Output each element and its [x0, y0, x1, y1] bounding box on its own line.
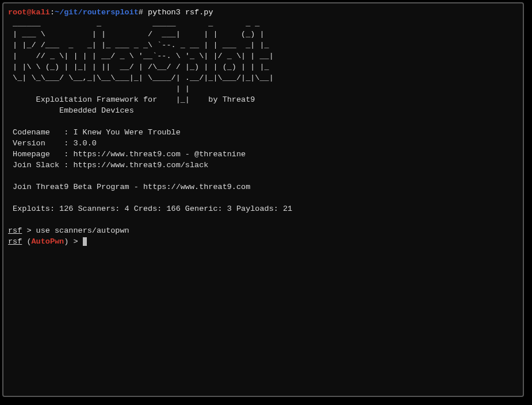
shell-prompt-line: root@kali:~/git/routersploit# python3 rs… [8, 7, 518, 18]
rsf-prompt: rsf [8, 237, 22, 246]
ascii-art-line: | | [8, 83, 518, 94]
terminal-window[interactable]: root@kali:~/git/routersploit# python3 rs… [2, 2, 524, 397]
rsf-prompt: rsf [8, 226, 22, 235]
blank-line [8, 214, 518, 225]
ascii-art-line: \_| \_\___/ \__,_|\__\___|_| \____/| .__… [8, 72, 518, 83]
prompt-open-paren: ( [22, 237, 31, 246]
prompt-space [143, 8, 148, 17]
ascii-art-line: ______ _ _____ _ _ _ [8, 18, 518, 29]
prompt-user: root@kali [8, 8, 50, 17]
ascii-art-line: | // _ \| | | | __/ _ \ '__`--. \ '_ \| … [8, 51, 518, 61]
banner-tagline: Embedded Devices [8, 105, 518, 116]
ascii-art-line: | |\ \ (_) | |_| | || __/ | /\__/ / |_) … [8, 61, 518, 72]
info-stats: Exploits: 126 Scanners: 4 Creds: 166 Gen… [8, 203, 518, 214]
prompt-close-paren: ) > [64, 237, 82, 246]
blank-line [8, 171, 518, 182]
rsf-command-text: > use scanners/autopwn [22, 226, 129, 235]
prompt-sep: : [50, 8, 55, 17]
info-version: Version : 3.0.0 [8, 138, 518, 149]
blank-line [8, 116, 518, 127]
info-codename: Codename : I Knew You Were Trouble [8, 127, 518, 138]
rsf-current-prompt-line[interactable]: rsf (AutoPwn) > [8, 236, 518, 247]
banner-tagline: Exploitation Framework for |_| by Threat… [8, 94, 518, 105]
prompt-path: ~/git/routersploit [55, 8, 139, 17]
ascii-art-line: | ___ \ | | / ___| | | (_) | [8, 29, 518, 40]
cursor-icon [83, 237, 87, 246]
rsf-command-line: rsf > use scanners/autopwn [8, 225, 518, 236]
ascii-art-line: | |_/ /___ _ _| |_ ___ _ _\ `--. _ __ | … [8, 40, 518, 51]
info-beta: Join Threat9 Beta Program - https://www.… [8, 182, 518, 192]
blank-line [8, 192, 518, 203]
module-name: AutoPwn [32, 237, 64, 246]
command-entered: python3 rsf.py [148, 8, 213, 17]
info-slack: Join Slack : https://www.threat9.com/sla… [8, 160, 518, 171]
prompt-hash: # [139, 8, 143, 17]
info-homepage: Homepage : https://www.threat9.com - @th… [8, 149, 518, 160]
